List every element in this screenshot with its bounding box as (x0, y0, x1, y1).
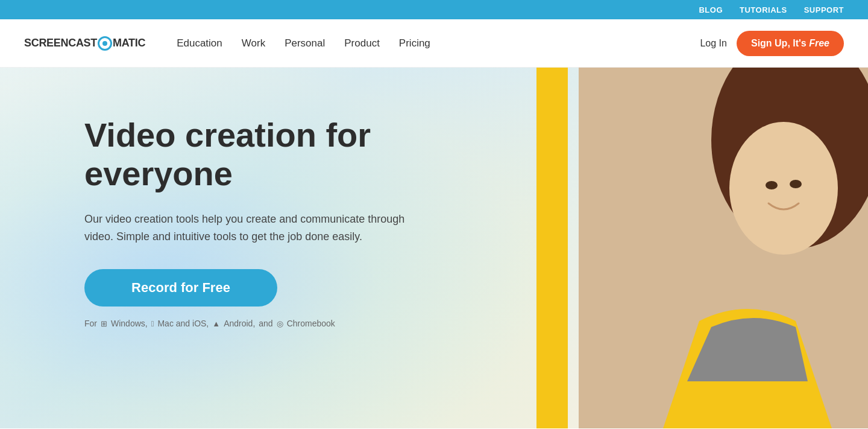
blog-link[interactable]: BLOG (699, 5, 723, 14)
top-bar: BLOG TUTORIALS SUPPORT (0, 0, 868, 19)
hero-section: Video creation for everyone Our video cr… (0, 68, 868, 428)
logo-text-after: MATIC (113, 37, 145, 49)
and-label: and (259, 319, 272, 328)
platform-for-label: For (84, 319, 97, 328)
hero-person-image (579, 68, 868, 428)
platform-availability: For ⊞ Windows,  Mac and iOS, ▲ Android,… (84, 319, 482, 328)
nav-links: Education Work Personal Product Pricing (169, 33, 700, 54)
yellow-stripe (536, 68, 568, 428)
windows-label: Windows, (111, 319, 148, 328)
hero-description: Our video creation tools help you create… (84, 211, 422, 246)
android-icon: ▲ (212, 319, 220, 328)
hero-title: Video creation for everyone (84, 116, 482, 194)
logo-text-before: SCREENCAST (24, 37, 97, 49)
chromebook-label: Chromebook (287, 319, 335, 328)
svg-point-16 (790, 180, 802, 188)
android-label: Android, (224, 319, 255, 328)
nav-product[interactable]: Product (337, 33, 387, 54)
windows-icon: ⊞ (101, 319, 107, 328)
chromebook-icon: ◎ (277, 319, 283, 328)
svg-point-14 (729, 122, 838, 255)
logo[interactable]: SCREENCAST MATIC (24, 36, 145, 51)
logo-icon (98, 36, 112, 51)
navigation: SCREENCAST MATIC Education Work Personal… (0, 19, 868, 68)
hero-content: Video creation for everyone Our video cr… (84, 116, 482, 328)
nav-work[interactable]: Work (234, 33, 272, 54)
signup-button[interactable]: Sign Up, It's Free (737, 31, 844, 56)
nav-pricing[interactable]: Pricing (392, 33, 438, 54)
nav-personal[interactable]: Personal (277, 33, 332, 54)
nav-right: Log In Sign Up, It's Free (700, 31, 844, 56)
svg-point-15 (766, 181, 778, 189)
tutorials-link[interactable]: TUTORIALS (740, 5, 787, 14)
record-free-button[interactable]: Record for Free (84, 269, 277, 307)
apple-icon:  (151, 319, 154, 328)
mac-label: Mac and iOS, (157, 319, 209, 328)
nav-education[interactable]: Education (169, 33, 230, 54)
support-link[interactable]: SUPPORT (804, 5, 844, 14)
login-button[interactable]: Log In (700, 38, 726, 49)
